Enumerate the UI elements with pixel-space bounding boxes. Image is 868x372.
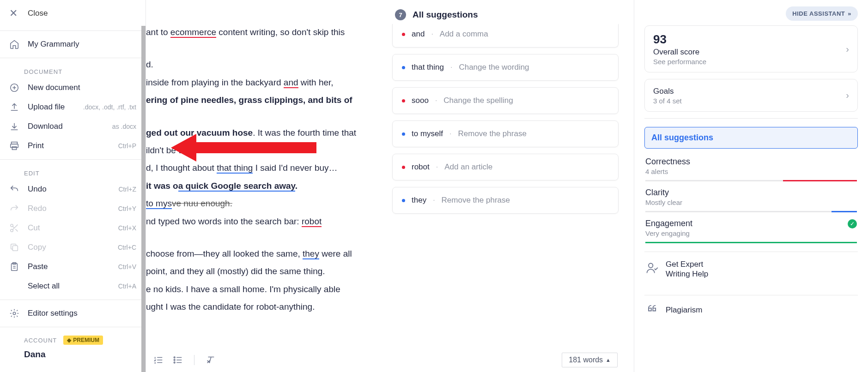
underline-robot: robot xyxy=(302,216,322,227)
menu-undo[interactable]: Undo Ctrl+Z xyxy=(0,180,146,199)
redo-icon xyxy=(9,204,19,214)
menu-hint: Ctrl+V xyxy=(118,263,136,270)
assistant-panel: HIDE ASSISTANT » 93 Overall score See pe… xyxy=(634,0,868,372)
suggestion-card[interactable]: they · Remove the phrase xyxy=(392,187,619,214)
menu-label: Download xyxy=(28,122,104,131)
menu-paste[interactable]: Paste Ctrl+V xyxy=(0,257,146,276)
menu-upload-file[interactable]: Upload file .docx, .odt, .rtf, .txt xyxy=(0,97,146,117)
suggestions-list: 7 All suggestions and · Add a comma that… xyxy=(392,0,619,220)
metric-engagement[interactable]: Engagement ✓ Very engaging xyxy=(644,212,858,243)
menu-select-all[interactable]: Select all Ctrl+A xyxy=(0,276,146,296)
divider xyxy=(0,30,146,31)
section-account: ACCOUNT xyxy=(24,337,57,344)
suggestions-title: All suggestions xyxy=(413,10,478,20)
dot-red-icon xyxy=(402,166,405,169)
menu-label: Copy xyxy=(28,243,109,252)
svg-point-5 xyxy=(11,229,13,232)
underline-ecommerce: ecommerce xyxy=(170,27,216,38)
plagiarism-button[interactable]: Plagiarism xyxy=(644,295,858,325)
menu-download[interactable]: Download as .docx xyxy=(0,117,146,136)
suggestion-card[interactable]: robot · Add an article xyxy=(392,154,619,180)
menu-label: Paste xyxy=(28,262,110,271)
copy-icon xyxy=(9,242,19,252)
menu-cut: Cut Ctrl+X xyxy=(0,218,146,238)
svg-point-11 xyxy=(174,357,175,358)
dot-blue-icon xyxy=(402,66,405,69)
menu-label: Redo xyxy=(28,204,110,213)
print-icon xyxy=(9,141,19,151)
menu-print[interactable]: Print Ctrl+P xyxy=(0,136,146,156)
footer-toolbar: 181 words ▲ xyxy=(153,348,627,372)
metric-correctness[interactable]: Correctness 4 alerts xyxy=(644,150,858,181)
suggestion-card[interactable]: to myself · Remove the phrase xyxy=(392,120,619,147)
home-icon xyxy=(9,39,19,49)
menu-hint: .docx, .odt, .rtf, .txt xyxy=(83,103,136,111)
sidebar-scrollbar[interactable] xyxy=(141,26,146,372)
chevron-right-icon: › xyxy=(846,90,849,101)
dot-red-icon xyxy=(402,33,405,36)
menu-my-grammarly[interactable]: My Grammarly xyxy=(0,35,146,54)
svg-rect-3 xyxy=(12,147,16,150)
premium-badge: ◆ PREMIUM xyxy=(63,336,103,345)
goals-card[interactable]: Goals 3 of 4 set › xyxy=(644,79,858,112)
chevron-right-icon: › xyxy=(846,44,849,54)
menu-editor-settings[interactable]: Editor settings xyxy=(0,304,146,323)
hide-assistant-button[interactable]: HIDE ASSISTANT » xyxy=(786,6,858,21)
metric-clarity[interactable]: Clarity Mostly clear xyxy=(644,181,858,212)
diamond-icon: ◆ xyxy=(67,337,71,343)
clear-formatting-icon[interactable] xyxy=(206,355,216,365)
divider xyxy=(0,58,146,58)
annotation-arrow xyxy=(171,134,319,162)
menu-label: New document xyxy=(28,83,136,92)
section-document: DOCUMENT xyxy=(0,62,146,78)
suggestion-card[interactable]: sooo · Change the spelling xyxy=(392,87,619,114)
undo-icon xyxy=(9,184,19,194)
menu-hint: Ctrl+Y xyxy=(118,205,136,212)
score-value: 93 xyxy=(653,32,846,47)
goals-title: Goals xyxy=(653,87,846,96)
filter-all-suggestions[interactable]: All suggestions xyxy=(644,127,858,149)
check-circle-icon: ✓ xyxy=(848,219,857,228)
menu-label: Cut xyxy=(28,223,110,233)
blank-icon xyxy=(9,281,19,291)
get-expert-help[interactable]: Get Expert Writing Help xyxy=(644,252,858,287)
chevron-up-icon: ▲ xyxy=(606,357,611,363)
bullet-list-icon[interactable] xyxy=(173,355,183,365)
suggestions-count-badge: 7 xyxy=(395,9,406,20)
menu-label: Print xyxy=(28,141,110,150)
scissors-icon xyxy=(9,223,19,233)
menu-hint: Ctrl+Z xyxy=(119,186,137,193)
word-count[interactable]: 181 words ▲ xyxy=(562,353,618,367)
svg-rect-6 xyxy=(12,246,18,251)
menu-hint: Ctrl+C xyxy=(118,244,136,251)
divider xyxy=(0,159,146,160)
suggestion-card[interactable]: that thing · Change the wording xyxy=(392,54,619,81)
dot-blue-icon xyxy=(402,199,405,202)
plus-circle-icon xyxy=(9,83,19,93)
section-edit: EDIT xyxy=(0,163,146,180)
underline-search: a quick Google search away xyxy=(178,181,295,192)
clipboard-icon xyxy=(9,262,19,272)
expert-icon xyxy=(645,262,658,276)
menu-label: Upload file xyxy=(28,102,75,112)
menu-new-document[interactable]: New document xyxy=(0,78,146,97)
divider xyxy=(0,300,146,300)
dot-blue-icon xyxy=(402,132,405,136)
divider xyxy=(0,327,146,327)
goals-subtitle: 3 of 4 set xyxy=(653,97,846,105)
numbered-list-icon[interactable] xyxy=(153,355,164,365)
close-menu[interactable]: ✕ Close xyxy=(0,0,146,27)
suggestion-card[interactable]: and · Add a comma xyxy=(392,24,619,48)
score-subtitle: See performance xyxy=(653,58,846,66)
svg-marker-10 xyxy=(171,134,316,162)
underline-myself: to mys xyxy=(146,198,172,209)
sidebar-menu: ✕ Close My Grammarly DOCUMENT New docume… xyxy=(0,0,146,372)
user-name: Dana xyxy=(0,347,146,360)
gear-icon xyxy=(9,308,19,318)
menu-label: My Grammarly xyxy=(28,40,136,49)
menu-redo: Redo Ctrl+Y xyxy=(0,199,146,218)
overall-score-card[interactable]: 93 Overall score See performance › xyxy=(644,25,858,72)
menu-hint: Ctrl+X xyxy=(118,224,136,232)
close-icon: ✕ xyxy=(9,8,18,18)
underline-and: and xyxy=(284,78,298,88)
